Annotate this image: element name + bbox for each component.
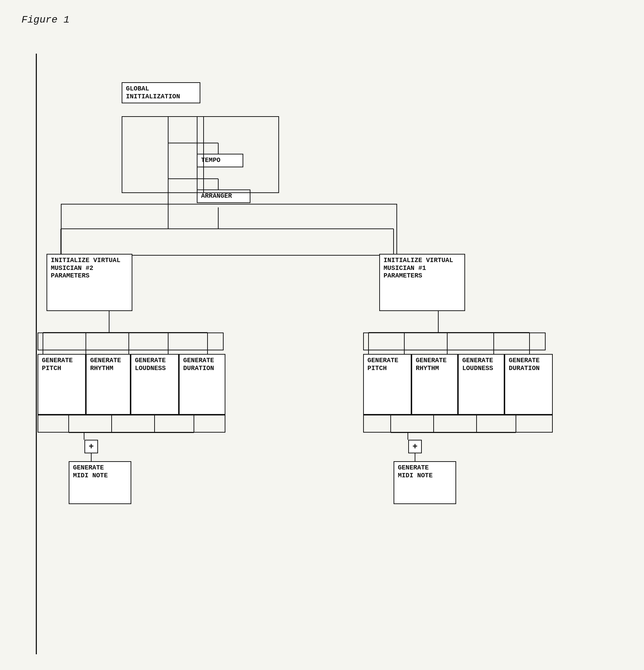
gen-midi-1-node: GENERATE MIDI NOTE	[394, 461, 456, 504]
gen-loudness-2-node: GENERATE LOUDNESS	[131, 354, 179, 415]
vm2-generate-row-box	[38, 332, 224, 350]
left-border-line	[36, 54, 37, 654]
connector-box-left	[122, 116, 204, 193]
init-vm1-node: INITIALIZE VIRTUAL MUSICIAN #1 PARAMETER…	[379, 254, 465, 311]
init-vm2-node: INITIALIZE VIRTUAL MUSICIAN #2 PARAMETER…	[47, 254, 132, 311]
gen-rhythm-1-node: GENERATE RHYTHM	[411, 354, 458, 415]
plus-1-node: +	[408, 440, 422, 453]
gen-loudness-1-node: GENERATE LOUDNESS	[458, 354, 504, 415]
gen-rhythm-2-node: GENERATE RHYTHM	[86, 354, 131, 415]
gen-midi-2-node: GENERATE MIDI NOTE	[69, 461, 131, 504]
global-init-node: GLOBAL INITIALIZATION	[122, 82, 200, 103]
gen-duration-1-node: GENERATE DURATION	[504, 354, 553, 415]
connector-box-right	[197, 116, 279, 193]
vm1-generate-row-box	[363, 332, 546, 350]
arranger-wide-box	[61, 204, 397, 256]
vm2-gen-bottom-box	[38, 415, 225, 433]
plus-2-node: +	[84, 440, 98, 453]
gen-pitch-1-node: GENERATE PITCH	[363, 354, 411, 415]
figure-label: Figure 1	[21, 14, 69, 25]
gen-pitch-2-node: GENERATE PITCH	[38, 354, 86, 415]
gen-duration-2-node: GENERATE DURATION	[179, 354, 225, 415]
vm1-gen-bottom-box	[363, 415, 553, 433]
